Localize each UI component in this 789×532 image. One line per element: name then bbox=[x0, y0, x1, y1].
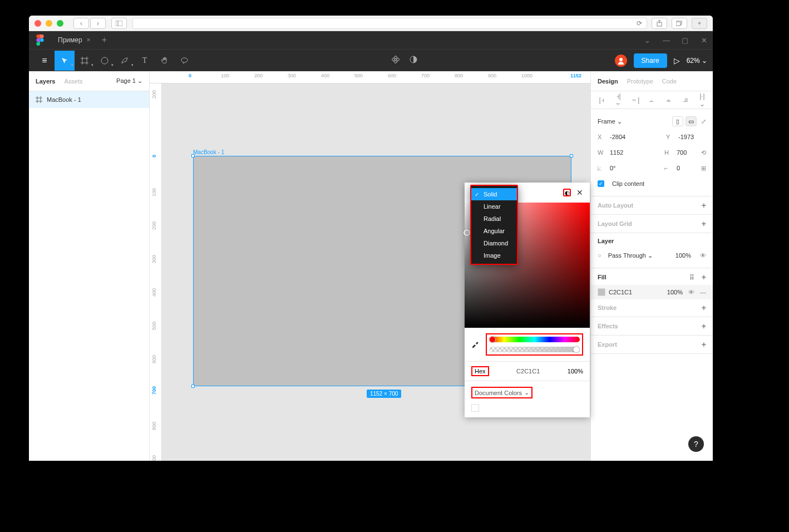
close-picker[interactable]: ✕ bbox=[576, 188, 583, 197]
user-avatar[interactable] bbox=[615, 55, 627, 67]
orientation-portrait[interactable]: ▯ bbox=[672, 116, 683, 126]
safari-newtab-button[interactable]: + bbox=[692, 18, 707, 29]
tab-code[interactable]: Code bbox=[662, 78, 677, 85]
document-colors-dropdown[interactable]: Document Colors ⌄ bbox=[471, 387, 532, 398]
add-effect[interactable]: + bbox=[702, 322, 706, 331]
radius-input[interactable]: 0 bbox=[677, 165, 697, 171]
h-input[interactable]: 700 bbox=[677, 149, 697, 156]
fit-icon[interactable]: ⤢ bbox=[701, 118, 706, 125]
w-input[interactable]: 1152 bbox=[610, 149, 623, 156]
hue-thumb[interactable] bbox=[489, 336, 496, 343]
align-left-icon[interactable]: |⫞ bbox=[598, 96, 605, 104]
add-auto-layout[interactable]: + bbox=[702, 201, 706, 210]
add-export[interactable]: + bbox=[702, 340, 706, 349]
fill-type-image[interactable]: Image bbox=[471, 249, 517, 262]
frame-tool[interactable]: ▾ bbox=[75, 51, 95, 71]
x-input[interactable]: -2804 bbox=[610, 134, 625, 140]
distribute-icon[interactable]: |·|⌄ bbox=[698, 92, 706, 108]
layer-opacity-input[interactable]: 100% bbox=[675, 252, 691, 259]
help-button[interactable]: ? bbox=[688, 436, 704, 452]
zoom-dropdown[interactable]: 62% ⌄ bbox=[687, 57, 707, 65]
align-bottom-icon[interactable]: ⫡ bbox=[682, 96, 689, 104]
visibility-icon[interactable]: 👁 bbox=[700, 252, 706, 259]
clip-checkbox[interactable]: ✓ bbox=[598, 180, 604, 187]
align-hcenter-icon[interactable]: ⫞|⫟ bbox=[614, 92, 622, 108]
tab-assets[interactable]: Assets bbox=[64, 78, 82, 85]
window-chevron[interactable]: ⌄ bbox=[644, 36, 650, 45]
close-tab-icon[interactable]: × bbox=[87, 36, 91, 44]
fill-type-radial[interactable]: Radial bbox=[471, 213, 517, 225]
window-close[interactable]: ✕ bbox=[701, 36, 707, 45]
shape-tool[interactable]: ▾ bbox=[95, 51, 115, 71]
text-tool[interactable]: T bbox=[135, 51, 155, 71]
window-maximize[interactable]: ▢ bbox=[682, 36, 688, 45]
safari-sidebar-button[interactable] bbox=[111, 18, 127, 29]
traffic-close[interactable] bbox=[34, 20, 41, 27]
page-dropdown[interactable]: Page 1 ⌄ bbox=[116, 77, 142, 85]
tab-design[interactable]: Design bbox=[598, 78, 618, 85]
fill-type-linear[interactable]: Linear bbox=[471, 200, 517, 213]
tab-layers[interactable]: Layers bbox=[36, 78, 55, 85]
add-tab-button[interactable]: + bbox=[97, 35, 111, 45]
tab-prototype[interactable]: Prototype bbox=[627, 78, 653, 85]
traffic-zoom[interactable] bbox=[57, 20, 63, 27]
alpha-slider[interactable] bbox=[489, 347, 580, 352]
color-mode-dropdown[interactable]: Hex bbox=[471, 366, 489, 376]
remove-fill[interactable]: — bbox=[700, 289, 706, 295]
mask-icon[interactable] bbox=[410, 56, 417, 66]
traffic-minimize[interactable] bbox=[46, 20, 52, 27]
color-cursor[interactable] bbox=[463, 229, 470, 236]
pen-tool[interactable]: ▾ bbox=[115, 51, 135, 71]
frame-type-dropdown[interactable]: Frame ⌄ bbox=[598, 118, 622, 125]
present-button[interactable]: ▷ bbox=[674, 56, 680, 65]
move-tool[interactable]: ▾ bbox=[55, 51, 75, 71]
resize-handle[interactable] bbox=[191, 385, 195, 388]
fill-hex-input[interactable]: C2C1C1 bbox=[609, 289, 632, 295]
resize-handle[interactable] bbox=[191, 154, 195, 157]
main-menu-button[interactable]: ≡ bbox=[34, 51, 55, 71]
align-top-icon[interactable]: ⫠ bbox=[648, 96, 655, 104]
constrain-proportions-icon[interactable]: ⟲ bbox=[701, 149, 706, 156]
eyedropper-button[interactable] bbox=[471, 340, 479, 349]
blend-mode-dropdown[interactable]: Pass Through ⌄ bbox=[608, 252, 653, 259]
add-fill[interactable]: + bbox=[702, 273, 706, 282]
hex-input[interactable]: C2C1C1 bbox=[496, 368, 561, 375]
fill-type-diamond[interactable]: Diamond bbox=[471, 237, 517, 249]
color-opacity-input[interactable]: 100% bbox=[568, 368, 583, 375]
resize-handle[interactable] bbox=[570, 154, 573, 157]
layer-item[interactable]: MacBook - 1 bbox=[29, 91, 149, 108]
align-right-icon[interactable]: ⫟| bbox=[631, 96, 639, 104]
independent-corners-icon[interactable]: ⊞ bbox=[701, 165, 706, 172]
fill-opacity-input[interactable]: 100% bbox=[667, 289, 683, 295]
file-tab[interactable]: Пример × bbox=[51, 31, 97, 49]
safari-share-button[interactable] bbox=[652, 18, 667, 29]
document-color-swatch[interactable] bbox=[471, 404, 479, 412]
window-minimize[interactable]: — bbox=[663, 36, 669, 45]
align-vcenter-icon[interactable]: ⫨ bbox=[665, 96, 673, 104]
component-icon[interactable] bbox=[392, 56, 400, 66]
styles-icon[interactable]: ⠿ bbox=[689, 274, 694, 282]
alpha-thumb[interactable] bbox=[573, 346, 580, 353]
fill-swatch[interactable] bbox=[598, 288, 605, 296]
fill-type-angular[interactable]: Angular bbox=[471, 225, 517, 237]
add-layout-grid[interactable]: + bbox=[702, 219, 706, 228]
comment-tool[interactable] bbox=[175, 51, 195, 71]
forward-button[interactable]: › bbox=[90, 18, 106, 29]
url-bar[interactable]: ⟳ bbox=[132, 18, 647, 29]
y-input[interactable]: -1973 bbox=[678, 134, 706, 140]
add-stroke[interactable]: + bbox=[702, 303, 706, 312]
hand-tool[interactable] bbox=[155, 51, 175, 71]
reload-icon[interactable]: ⟳ bbox=[637, 19, 642, 27]
svg-rect-14 bbox=[392, 58, 395, 61]
rotation-input[interactable]: 0° bbox=[610, 165, 616, 171]
frame-label[interactable]: MacBook - 1 bbox=[193, 149, 224, 155]
blend-mode-button[interactable]: ◐ bbox=[563, 189, 571, 196]
orientation-landscape[interactable]: ▭ bbox=[686, 116, 697, 126]
back-button[interactable]: ‹ bbox=[73, 18, 89, 29]
hue-slider[interactable] bbox=[489, 337, 580, 342]
fill-header: Fill bbox=[598, 274, 606, 280]
fill-type-solid[interactable]: ✓ Solid bbox=[471, 188, 517, 200]
share-button[interactable]: Share bbox=[634, 53, 667, 68]
fill-visibility-icon[interactable]: 👁 bbox=[688, 289, 694, 295]
safari-tabs-button[interactable] bbox=[672, 18, 687, 29]
